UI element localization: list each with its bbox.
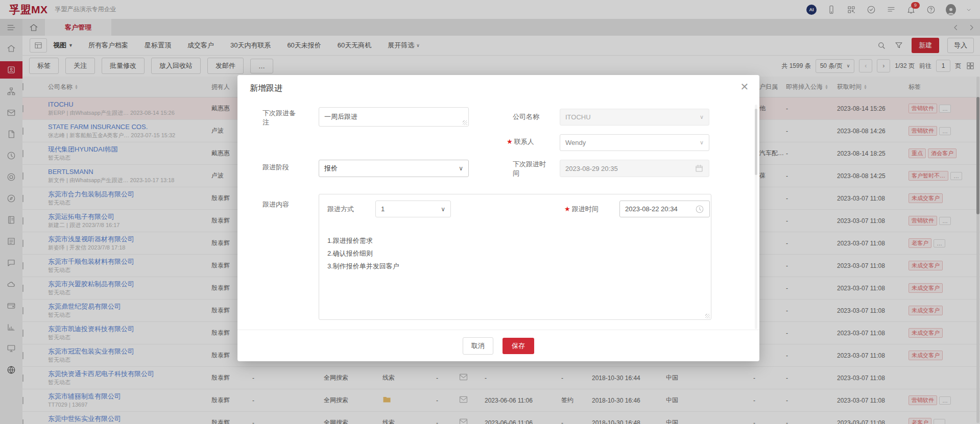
time-input[interactable]: 2023-08-22 20:34 xyxy=(619,201,710,217)
next-note-label: 下次跟进备注 xyxy=(262,109,299,127)
app-window: 孚盟MX 孚盟产品演示专用企业 AI9 客户管理 视图▼ 所有客户档案星标置顶成… xyxy=(0,0,980,424)
time-label: ★跟进时间 xyxy=(564,205,599,214)
next-note-input[interactable]: 一周后跟进 xyxy=(319,107,469,127)
add-followup-dialog: 新增跟进 ✕ 下次跟进备注 一周后跟进 公司名称 ITOCHU∨ ★联系人 We… xyxy=(237,75,759,361)
company-label: 公司名称 xyxy=(513,112,539,121)
modal-scrollbar[interactable] xyxy=(755,105,757,329)
contact-select[interactable]: Wendy∨ xyxy=(560,134,709,151)
method-select[interactable]: 1∨ xyxy=(375,201,451,217)
company-select[interactable]: ITOCHU∨ xyxy=(560,109,709,126)
method-label: 跟进方式 xyxy=(327,205,354,214)
next-time-input[interactable]: 2023-08-29 20:35 xyxy=(560,160,709,177)
resize-handle[interactable] xyxy=(705,314,710,318)
dialog-title: 新增跟进 xyxy=(250,83,282,94)
content-label: 跟进内容 xyxy=(262,200,289,209)
followup-content-group: 跟进方式 1∨ ★跟进时间 2023-08-22 20:34 1.跟进报价需求 … xyxy=(319,194,711,320)
required-star: ★ xyxy=(564,205,570,213)
close-icon[interactable]: ✕ xyxy=(738,80,751,93)
followup-content-textarea[interactable]: 1.跟进报价需求 2.确认报价细则 3.制作报价单并发回客户 xyxy=(327,234,703,272)
dialog-footer: 取消 保存 xyxy=(237,330,759,361)
cancel-button[interactable]: 取消 xyxy=(463,337,493,355)
stage-label: 跟进阶段 xyxy=(262,163,289,172)
save-button[interactable]: 保存 xyxy=(503,338,534,354)
contact-label: ★联系人 xyxy=(507,137,534,146)
stage-select[interactable]: 报价∨ xyxy=(319,160,469,177)
next-time-label: 下次跟进时间 xyxy=(513,160,548,178)
required-star: ★ xyxy=(507,138,513,145)
